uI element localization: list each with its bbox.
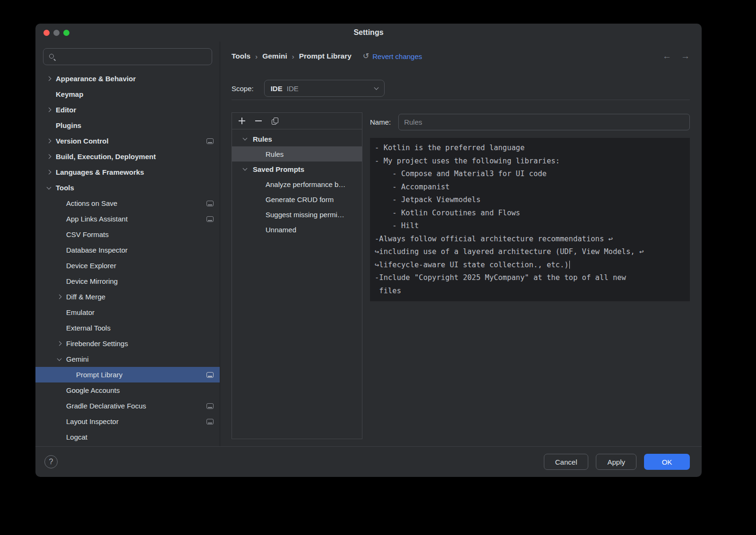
duplicate-prompt-icon[interactable]	[272, 118, 278, 124]
remove-prompt-icon[interactable]	[255, 118, 262, 124]
search-icon	[48, 53, 56, 61]
chevron-down-icon[interactable]	[243, 166, 248, 171]
chevron-right-icon[interactable]	[47, 139, 52, 144]
prompt-group-rules[interactable]: Rules	[232, 131, 362, 146]
sidebar-item-label: Plugins	[56, 121, 81, 129]
editor-line: - Hilt	[375, 220, 685, 233]
prompt-item-label: Analyze performance b…	[266, 180, 345, 188]
sidebar-item-external-tools[interactable]: External Tools	[35, 320, 220, 336]
window-title: Settings	[353, 28, 383, 37]
add-prompt-icon[interactable]	[239, 118, 245, 124]
chevron-down-icon[interactable]	[57, 356, 62, 361]
sidebar-item-logcat[interactable]: Logcat	[35, 429, 220, 445]
revert-icon: ↺	[363, 52, 369, 60]
sidebar-item-version-control[interactable]: Version Control	[35, 133, 220, 149]
sidebar-item-gemini[interactable]: Gemini	[35, 351, 220, 367]
ide-scope-icon	[206, 419, 214, 425]
prompt-library-panels: Rules Rules Saved Prompts Analyze perfor…	[232, 112, 690, 446]
settings-search-input[interactable]	[60, 53, 207, 61]
prompt-name-input[interactable]	[398, 114, 690, 130]
chevron-right-icon[interactable]	[57, 341, 62, 346]
sidebar-item-appearance-behavior[interactable]: Appearance & Behavior	[35, 71, 220, 86]
sidebar-item-editor[interactable]: Editor	[35, 102, 220, 118]
sidebar-item-keymap[interactable]: Keymap	[35, 86, 220, 102]
prompt-item-suggest-missing-permissions[interactable]: Suggest missing permi…	[232, 207, 362, 222]
prompt-item-label: Generate CRUD form	[266, 195, 334, 204]
sidebar-item-layout-inspector[interactable]: Layout Inspector	[35, 414, 220, 429]
editor-line: - Jetpack Viewmodels	[375, 194, 685, 207]
ok-button[interactable]: OK	[644, 454, 690, 470]
help-button[interactable]: ?	[44, 455, 58, 468]
chevron-down-icon[interactable]	[243, 136, 248, 141]
sidebar-item-device-mirroring[interactable]: Device Mirroring	[35, 273, 220, 289]
window-body: Appearance & Behavior Keymap Editor Plug…	[35, 42, 702, 446]
prompt-list-toolbar	[232, 113, 362, 129]
settings-content: Tools › Gemini › Prompt Library ↺ Revert…	[220, 42, 702, 446]
editor-line: ↪including use of a layered architecture…	[375, 246, 685, 259]
sidebar-item-label: Keymap	[56, 90, 83, 98]
sidebar-item-tools[interactable]: Tools	[35, 180, 220, 195]
sidebar-item-device-explorer[interactable]: Device Explorer	[35, 258, 220, 273]
cancel-button[interactable]: Cancel	[544, 454, 589, 470]
prompt-name-label: Name:	[370, 118, 391, 126]
chevron-right-icon[interactable]	[57, 295, 62, 299]
prompt-text-editor[interactable]: - Kotlin is the preferred language - My …	[370, 138, 690, 301]
ide-scope-icon	[206, 216, 214, 222]
back-arrow-icon[interactable]: ←	[662, 51, 671, 61]
chevron-down-icon	[374, 85, 378, 90]
sidebar-item-csv-formats[interactable]: CSV Formats	[35, 227, 220, 242]
sidebar-item-firebender-settings[interactable]: Firebender Settings	[35, 336, 220, 351]
editor-line: -Include "Copyright 2025 MyCompany" at t…	[375, 272, 685, 285]
history-navigation: ← →	[662, 51, 690, 61]
sidebar-item-actions-on-save[interactable]: Actions on Save	[35, 195, 220, 211]
sidebar-item-label: Gemini	[66, 355, 89, 363]
prompt-detail-panel: Name: - Kotlin is the preferred language…	[370, 112, 690, 439]
prompt-group-label: Saved Prompts	[253, 165, 304, 173]
close-window-button[interactable]	[43, 30, 50, 36]
sidebar-item-languages-frameworks[interactable]: Languages & Frameworks	[35, 164, 220, 180]
sidebar-item-label: Google Accounts	[66, 386, 120, 394]
editor-line: files	[375, 285, 685, 298]
chevron-right-icon[interactable]	[47, 76, 52, 81]
scope-row: Scope: IDE IDE	[232, 80, 690, 97]
chevron-right-icon[interactable]	[47, 108, 52, 112]
scope-dropdown[interactable]: IDE IDE	[264, 80, 385, 97]
sidebar-item-google-accounts[interactable]: Google Accounts	[35, 382, 220, 398]
sidebar-item-label: Tools	[56, 184, 74, 192]
sidebar-item-label: App Links Assistant	[66, 215, 128, 223]
sidebar-item-emulator[interactable]: Emulator	[35, 305, 220, 320]
settings-search-box[interactable]	[43, 48, 212, 65]
settings-sidebar: Appearance & Behavior Keymap Editor Plug…	[35, 42, 220, 446]
editor-line: - Kotlin is the preferred language	[375, 142, 685, 155]
sidebar-item-label: Logcat	[66, 433, 87, 441]
chevron-right-icon[interactable]	[47, 154, 52, 159]
sidebar-item-plugins[interactable]: Plugins	[35, 118, 220, 133]
sidebar-item-diff-merge[interactable]: Diff & Merge	[35, 289, 220, 305]
sidebar-item-database-inspector[interactable]: Database Inspector	[35, 242, 220, 258]
sidebar-item-label: Emulator	[66, 308, 94, 316]
sidebar-item-label: Editor	[56, 106, 76, 114]
sidebar-item-gradle-declarative-focus[interactable]: Gradle Declarative Focus	[35, 398, 220, 414]
sidebar-item-label: CSV Formats	[66, 230, 109, 238]
sidebar-item-build-execution-deployment[interactable]: Build, Execution, Deployment	[35, 149, 220, 164]
prompt-group-saved-prompts[interactable]: Saved Prompts	[232, 161, 362, 177]
revert-changes-link[interactable]: ↺ Revert changes	[363, 52, 422, 60]
prompt-item-rules[interactable]: Rules	[232, 146, 362, 161]
breadcrumb-separator: ›	[292, 52, 294, 60]
breadcrumb-separator: ›	[255, 52, 258, 60]
sidebar-item-app-links-assistant[interactable]: App Links Assistant	[35, 211, 220, 227]
breadcrumb-tools[interactable]: Tools	[232, 52, 250, 60]
apply-button[interactable]: Apply	[596, 454, 636, 470]
forward-arrow-icon[interactable]: →	[681, 51, 690, 61]
prompt-item-analyze-performance[interactable]: Analyze performance b…	[232, 177, 362, 192]
chevron-right-icon[interactable]	[47, 170, 52, 175]
sidebar-item-prompt-library[interactable]: Prompt Library	[35, 367, 220, 382]
settings-tree: Appearance & Behavior Keymap Editor Plug…	[35, 71, 220, 446]
chevron-down-icon[interactable]	[47, 185, 52, 189]
prompt-item-generate-crud-form[interactable]: Generate CRUD form	[232, 192, 362, 207]
sidebar-item-label: Firebender Settings	[66, 340, 128, 348]
prompt-item-unnamed[interactable]: Unnamed	[232, 222, 362, 237]
traffic-lights	[43, 24, 69, 42]
breadcrumb-gemini[interactable]: Gemini	[262, 52, 287, 60]
zoom-window-button[interactable]	[63, 30, 69, 36]
